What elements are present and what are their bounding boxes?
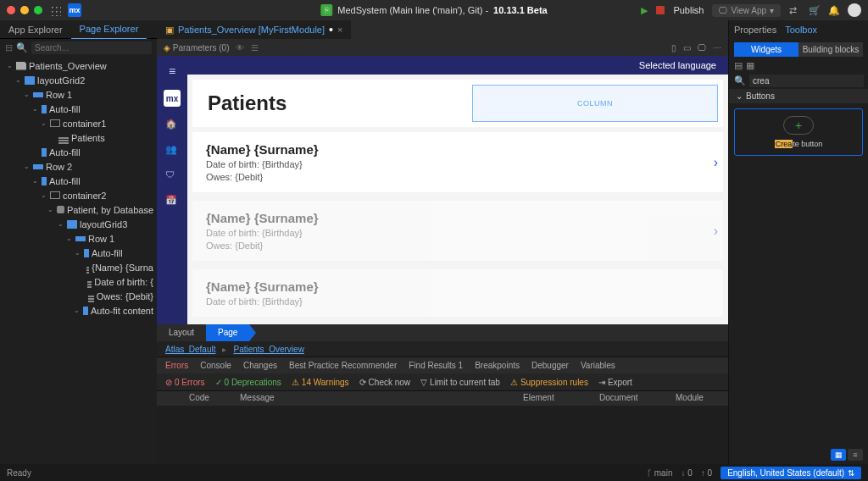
users-icon[interactable]: 👥 [165,144,179,158]
incoming-count[interactable]: ↓ 0 [681,468,692,478]
publish-button[interactable]: Publish [673,5,704,15]
tree-node[interactable]: ⌄Auto-fit content [0,303,157,318]
widget-create-button[interactable]: + Create button [734,108,863,156]
list-item[interactable]: {Name} {Surname} Date of birth: {Birthda… [192,201,723,261]
panel-tab[interactable]: Find Results 1 [409,361,463,370]
link-icon[interactable]: ⇄ [789,5,800,16]
close-tab-icon[interactable]: × [337,25,342,35]
collapse-icon[interactable]: ⊟ [5,42,13,53]
tree-node[interactable]: ⌄Row 1 [0,87,157,102]
settings-icon[interactable]: ☰ [251,43,259,53]
stop-icon[interactable] [656,6,665,14]
panel-tab[interactable]: Errors [165,361,188,370]
panel-tab[interactable]: Breakpoints [475,361,520,370]
toolbox-section-header[interactable]: ⌄ Buttons [729,89,868,103]
chevron-icon[interactable]: ⌄ [56,220,64,228]
export-button[interactable]: ⇥ Export [598,378,632,387]
tree-node[interactable]: ⌄Auto-fill [0,246,157,260]
tree-node[interactable]: Patients [0,130,157,145]
tab-app-explorer[interactable]: App Explorer [0,20,71,39]
apps-grid-icon[interactable] [49,4,61,16]
tree-node[interactable]: ⌄Auto-fill [0,102,157,116]
list-item[interactable]: {Name} {Surname} Date of birth: {Birthda… [192,269,723,317]
tree-node[interactable]: ⌄container1 [0,116,157,130]
toolbox-search-input[interactable] [749,75,864,87]
empty-column-placeholder[interactable]: COLUMN [472,85,718,122]
page-tree[interactable]: ⌄Patients_Overview⌄layoutGrid2⌄Row 1⌄Aut… [0,57,157,464]
run-icon[interactable]: ▶ [641,5,648,16]
calendar-icon[interactable]: 📅 [165,195,179,208]
tree-node[interactable]: ⌄Auto-fill [0,174,157,188]
tree-node[interactable]: ⌄Patient, by Database [0,202,157,217]
tree-node[interactable]: ⌄Patients_Overview [0,58,157,73]
breadcrumb-page-link[interactable]: Patients_Overview [233,345,303,354]
branch-indicator[interactable]: ᚴ main [647,468,672,478]
limit-tab-toggle[interactable]: ▽ Limit to current tab [420,378,500,387]
tree-node[interactable]: {Name} {Surna [0,260,157,274]
tree-node[interactable]: Owes: {Debit} [0,289,157,303]
tree-node[interactable]: ⌄Row 2 [0,159,157,174]
list-view-icon[interactable]: ≡ [848,449,863,461]
bell-icon[interactable]: 🔔 [828,5,839,16]
chevron-icon[interactable]: ⌄ [39,191,47,199]
col-module[interactable]: Module [669,391,728,406]
errors-count[interactable]: ⊘ 0 Errors [165,378,205,387]
device-tablet-icon[interactable]: ▭ [683,43,691,53]
chevron-icon[interactable]: ⌄ [5,62,14,69]
panel-tab[interactable]: Console [200,361,231,370]
tree-node[interactable]: ⌄Row 1 [0,231,157,246]
check-now-button[interactable]: ⟳ Check now [359,378,410,387]
tree-node[interactable]: ⌄layoutGrid2 [0,73,157,87]
chevron-icon[interactable]: ⌄ [14,76,22,84]
col-code[interactable]: Code [182,391,233,406]
chevron-icon[interactable]: ⌄ [22,163,31,170]
suppression-button[interactable]: ⚠ Suppression rules [510,378,588,387]
minimize-window-icon[interactable] [20,6,29,14]
device-phone-icon[interactable]: ▯ [671,43,676,53]
user-avatar[interactable] [848,3,861,17]
language-selector[interactable]: English, United States (default) ⇅ [721,467,861,479]
layout-icon[interactable]: ▤ [734,60,743,71]
home-icon[interactable]: 🏠 [165,119,179,132]
panel-tab[interactable]: Best Practice Recommender [289,361,397,370]
title-row[interactable]: Patients COLUMN [192,80,723,127]
list-icon[interactable]: ▦ [746,60,754,71]
hamburger-icon[interactable]: ≡ [169,64,175,78]
more-icon[interactable]: ⋯ [713,43,721,53]
list-item[interactable]: {Name} {Surname} Date of birth: {Birthda… [192,132,723,192]
chevron-right-icon[interactable]: › [714,224,718,239]
chevron-icon[interactable]: ⌄ [47,206,54,213]
panel-tab[interactable]: Variables [581,361,615,370]
parameters-label[interactable]: Parameters (0) [164,43,229,53]
chevron-icon[interactable]: ⌄ [39,119,47,127]
shield-icon[interactable]: 🛡 [165,169,179,183]
breadcrumb-layout[interactable]: Layout [157,324,206,341]
tab-page-explorer[interactable]: Page Explorer [71,20,147,39]
chevron-icon[interactable]: ⌄ [31,105,39,113]
cart-icon[interactable]: 🛒 [809,5,820,16]
col-message[interactable]: Message [233,391,516,406]
panel-tab[interactable]: Debugger [531,361,569,370]
toolbox-segment[interactable]: Widgets Building blocks [734,42,863,57]
tree-node[interactable]: ⌄layoutGrid3 [0,217,157,231]
explorer-search-input[interactable] [31,41,152,54]
chevron-icon[interactable]: ⌄ [64,235,73,242]
chevron-icon[interactable]: ⌄ [22,91,31,98]
col-element[interactable]: Element [516,391,593,406]
breadcrumb-page[interactable]: Page [206,324,249,341]
deprecations-count[interactable]: ✓ 0 Deprecations [215,378,281,387]
chevron-right-icon[interactable]: › [714,155,718,170]
segment-building-blocks[interactable]: Building blocks [798,42,863,57]
breadcrumb-atlas-link[interactable]: Atlas_Default [165,345,215,354]
col-document[interactable]: Document [593,391,669,406]
segment-widgets[interactable]: Widgets [734,42,798,57]
warnings-count[interactable]: ⚠ 14 Warnings [292,378,349,387]
outgoing-count[interactable]: ↑ 0 [701,468,712,478]
document-tab[interactable]: ▣ Patients_Overview [MyFirstModule] • × [157,20,351,39]
tab-properties[interactable]: Properties [734,25,776,35]
chevron-icon[interactable]: ⌄ [31,177,39,185]
tab-toolbox[interactable]: Toolbox [785,25,817,35]
tree-node[interactable]: ⌄container2 [0,188,157,202]
view-app-button[interactable]: 🖵 View App ▾ [712,4,781,17]
zoom-window-icon[interactable] [34,6,42,14]
